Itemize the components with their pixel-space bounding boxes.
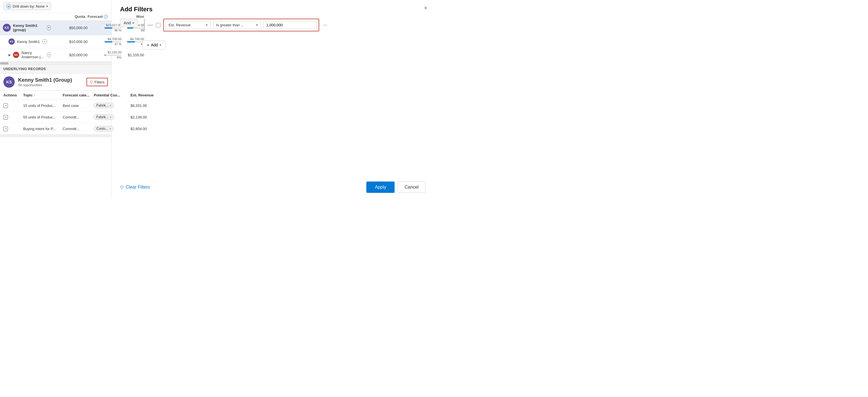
table-row: KS Kenny Smith1 + $10,000.00 $4,700.00 4… [0, 35, 111, 48]
category-cell: Best case [63, 104, 94, 108]
customer-tag: Fabrik... × [94, 103, 114, 108]
avatar: NA [13, 52, 19, 58]
action-cell: ↗ [3, 126, 23, 131]
group-info-row: KS Kenny Smith1 (Group) All opportunitie… [0, 74, 111, 91]
horizontal-scrollbar[interactable] [0, 62, 111, 64]
add-record-icon[interactable]: + [47, 52, 51, 57]
topic-cell: 15 units of Produc... [23, 104, 63, 108]
chevron-down-icon: ▾ [132, 21, 134, 25]
add-filter-button[interactable]: + Add ▾ [143, 40, 165, 50]
chevron-down-icon: ▾ [206, 23, 208, 27]
group-name: Kenny Smith1 (Group) [18, 77, 83, 83]
filters-button[interactable]: ▽ Filters [87, 78, 108, 86]
drill-down-button[interactable]: ⊕ Drill down by: None ▾ [3, 2, 51, 10]
table-row: ↗ 55 units of Produc... Committ... Fabri… [0, 111, 111, 123]
add-record-icon[interactable]: + [42, 39, 47, 44]
filter-actions: ▽ Clear Filters Apply Cancel [120, 181, 426, 193]
table-row: ▶ NA Nancy Anderrson (... + $20,000.00 $… [0, 48, 111, 62]
action-buttons: Apply Cancel [366, 181, 426, 193]
remove-tag-icon[interactable]: × [110, 115, 111, 119]
category-cell: Committ... [63, 115, 94, 119]
action-cell: ↗ [3, 103, 23, 108]
group-sub: All opportunities [18, 83, 83, 87]
filter-logic-row: And ▾ Est. Revenue ▾ Is greater than [120, 19, 426, 31]
filter-field-select[interactable]: Est. Revenue ▾ [165, 21, 211, 29]
filter-condition-select[interactable]: Is greater than ... ▾ [213, 21, 261, 29]
filter-value-input[interactable] [263, 21, 317, 29]
cancel-button[interactable]: Cancel [397, 181, 426, 193]
col-actions: Actions [3, 93, 23, 97]
plus-icon: + [147, 43, 149, 47]
more-options-icon[interactable]: ··· [322, 21, 329, 29]
chevron-down-icon: ▾ [160, 43, 161, 47]
left-panel: ⊕ Drill down by: None ▾ Quota Forecast i… [0, 0, 112, 198]
and-dropdown[interactable]: And ▾ [120, 19, 138, 27]
progress-fill [104, 27, 113, 29]
customer-tag: Conto... × [94, 126, 114, 132]
col-forecast-cat: Forecast cate... [63, 93, 94, 97]
category-cell: Committ... [63, 127, 94, 131]
avatar: KS [8, 38, 15, 45]
col-quota: Quota [51, 15, 88, 19]
group-text: Kenny Smith1 (Group) All opportunities [18, 77, 83, 87]
table-row: ↗ Buying intent for P... Committ... Cont… [0, 123, 111, 135]
group-name-label: Kenny Smith1 (group) [13, 24, 44, 32]
add-filter-row: + Add ▾ [143, 40, 426, 50]
add-label: Add [151, 43, 158, 47]
row-group-name: KS Kenny Smith1 (group) + [3, 24, 51, 32]
sub-table-header: Actions Topic ↑ Forecast cate... Potenti… [0, 91, 111, 100]
connector-h-line [148, 25, 153, 25]
drill-down-icon: ⊕ [6, 4, 11, 8]
bottom-scrollbar[interactable] [0, 135, 111, 137]
col-topic: Topic ↑ [23, 93, 63, 97]
topic-cell: 55 units of Produc... [23, 115, 63, 119]
avatar: KS [3, 24, 11, 32]
info-icon[interactable]: i [104, 15, 108, 19]
open-record-icon[interactable]: ↗ [3, 104, 8, 108]
scroll-thumb [0, 62, 8, 64]
remove-tag-icon[interactable]: × [110, 104, 111, 107]
underlying-records-header: UNDERLYING RECORDS [0, 64, 111, 74]
filter-row: Est. Revenue ▾ Is greater than ... ▾ ··· [141, 19, 329, 31]
open-record-icon[interactable]: ↗ [3, 115, 8, 120]
open-record-icon[interactable]: ↗ [3, 127, 8, 131]
progress-fill [104, 41, 113, 42]
apply-button[interactable]: Apply [366, 181, 395, 193]
drill-down-bar: ⊕ Drill down by: None ▾ [0, 0, 111, 13]
remove-tag-icon[interactable]: × [109, 127, 111, 130]
sort-icon[interactable]: ↑ [34, 94, 35, 97]
panel-title: Add Filters [120, 6, 426, 13]
customer-tag: Fabrik... × [94, 114, 114, 120]
add-record-icon[interactable]: + [46, 25, 51, 30]
drill-down-label: Drill down by: None [13, 4, 44, 8]
chevron-down-icon: ▾ [46, 4, 48, 8]
col-name [3, 15, 51, 19]
quota-cell: $50,000.00 [51, 26, 88, 30]
close-button[interactable]: × [424, 5, 427, 11]
action-cell: ↗ [3, 115, 23, 120]
table-row: ↗ 15 units of Produc... Best case Fabrik… [0, 100, 111, 111]
right-panel: Add Filters × And ▾ Est. Revenue ▾ [112, 0, 434, 198]
sub-row-name: ▶ NA Nancy Anderrson (... + [3, 51, 51, 59]
expand-icon[interactable]: ▶ [8, 53, 11, 57]
group-avatar: KS [3, 76, 15, 88]
filter-icon: ▽ [90, 80, 93, 84]
filter-clear-icon: ▽ [120, 185, 123, 190]
sub-row-name: KS Kenny Smith1 + [3, 38, 51, 45]
connector-v-line [144, 19, 145, 31]
filter-fields-container: Est. Revenue ▾ Is greater than ... ▾ [163, 19, 319, 31]
table-header: Quota Forecast i Won [0, 13, 111, 21]
progress-fill [104, 55, 106, 56]
filter-checkbox[interactable] [156, 23, 160, 27]
table-row-group: KS Kenny Smith1 (group) + $50,000.00 $23… [0, 21, 111, 35]
chevron-down-icon: ▾ [256, 23, 258, 27]
clear-filters-button[interactable]: ▽ Clear Filters [120, 185, 150, 190]
topic-cell: Buying intent for P... [23, 127, 63, 131]
